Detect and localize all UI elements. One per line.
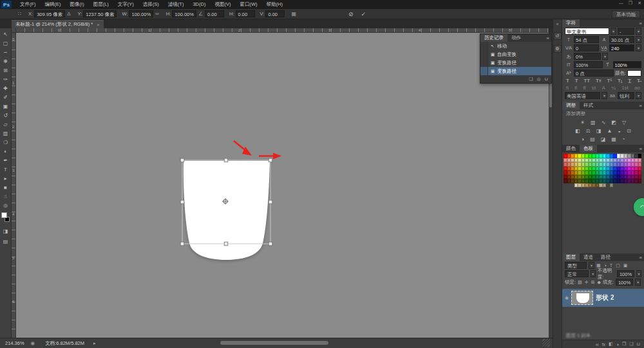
properties-dock-icon[interactable]: ⚙ bbox=[554, 45, 562, 53]
document-tab[interactable]: 未标题-1 @ 214% (形状 2, RGB/8) * × bbox=[12, 20, 104, 28]
style-button[interactable]: Tт bbox=[596, 78, 601, 84]
transform-handle[interactable] bbox=[180, 242, 184, 246]
history-dock-icon[interactable]: ↺ bbox=[554, 32, 562, 40]
y-value-field[interactable]: 1237.50 像素 bbox=[83, 10, 117, 17]
path-selection-tool-icon[interactable]: ▸ bbox=[1, 174, 11, 183]
fill-dropdown-icon[interactable]: ▾ bbox=[635, 279, 641, 286]
menu-item[interactable]: 选择(S) bbox=[138, 1, 164, 8]
interpolation-icon[interactable]: ▦ bbox=[291, 11, 296, 17]
tab-color[interactable]: 颜色 bbox=[562, 145, 580, 152]
menu-item[interactable]: 文件(F) bbox=[15, 1, 41, 8]
foreground-color-swatch[interactable] bbox=[1, 212, 7, 218]
style-button[interactable]: T̲ bbox=[628, 78, 631, 84]
opentype-button[interactable]: A bbox=[602, 85, 605, 91]
opentype-button[interactable]: st bbox=[592, 85, 596, 91]
delete-layer-icon[interactable]: ⊔ bbox=[637, 342, 640, 347]
link-layers-icon[interactable]: ∞ bbox=[596, 342, 599, 347]
opentype-button[interactable]: ao bbox=[634, 85, 640, 91]
tab-styles[interactable]: 样式 bbox=[580, 102, 597, 109]
new-snapshot-icon[interactable]: ◎ bbox=[536, 77, 540, 82]
clone-stamp-tool-icon[interactable]: ▣ bbox=[1, 102, 11, 111]
status-popup-arrow-icon[interactable]: ▸ bbox=[93, 340, 96, 346]
opentype-button[interactable]: ff bbox=[583, 85, 586, 91]
filter-shape-icon[interactable]: ▢ bbox=[616, 263, 620, 268]
opacity-dropdown-icon[interactable]: ▾ bbox=[636, 270, 641, 277]
threshold-icon[interactable]: ◪ bbox=[601, 136, 606, 142]
color-balance-icon[interactable]: ⚖ bbox=[586, 128, 591, 134]
healing-brush-tool-icon[interactable]: ✚ bbox=[1, 84, 11, 93]
tab-paths[interactable]: 路径 bbox=[597, 253, 614, 261]
link-dimensions-icon[interactable]: ∞ bbox=[155, 11, 159, 17]
delete-state-icon[interactable]: ⊔ bbox=[545, 77, 548, 82]
type-tool-icon[interactable]: T bbox=[1, 165, 11, 174]
lock-all-icon[interactable]: ◆ bbox=[597, 280, 600, 285]
hskew-value-field[interactable]: 0.00 bbox=[236, 10, 255, 17]
character-panel-menu-icon[interactable]: ≡ bbox=[639, 21, 642, 26]
layer-mask-icon[interactable]: ◧ bbox=[609, 342, 613, 347]
ruler-origin-corner[interactable] bbox=[12, 28, 16, 33]
gradient-map-icon[interactable]: ▦ bbox=[611, 136, 616, 142]
filter-smartobject-icon[interactable]: ▣ bbox=[623, 263, 628, 268]
window-button[interactable]: — bbox=[619, 1, 623, 6]
layer2-name[interactable]: 图层 1 副本 bbox=[566, 333, 591, 339]
angle-value-field[interactable]: 0.00 bbox=[205, 10, 224, 17]
vibrance-icon[interactable]: ▽ bbox=[622, 120, 626, 125]
layer-filter-dropdown-icon[interactable]: ▾ bbox=[589, 262, 594, 269]
antialias-field[interactable]: 锐利 bbox=[618, 92, 634, 99]
gradient-tool-icon[interactable]: ▥ bbox=[1, 129, 11, 138]
horizontal-scale-field[interactable]: 100% bbox=[613, 61, 642, 68]
cancel-transform-button[interactable]: ⊘ bbox=[348, 11, 354, 17]
brightness-contrast-icon[interactable]: ☀ bbox=[580, 120, 585, 125]
workspace-switcher[interactable]: 基本功能 bbox=[612, 10, 640, 18]
brush-tool-icon[interactable]: ✐ bbox=[1, 93, 11, 102]
history-state-row[interactable]: ▣自由变换 bbox=[480, 50, 551, 59]
x-value-field[interactable]: 309.95 像素 bbox=[34, 10, 65, 17]
history-brush-source-box[interactable] bbox=[480, 67, 488, 75]
history-brush-tool-icon[interactable]: ↺ bbox=[1, 111, 11, 120]
new-adjustment-layer-icon[interactable]: ◑ bbox=[616, 342, 619, 347]
layer-row-shape[interactable]: ◉ 形状 2 bbox=[562, 289, 644, 307]
transform-handle[interactable] bbox=[180, 200, 184, 204]
text-color-swatch[interactable] bbox=[627, 70, 641, 77]
menu-item[interactable]: 编辑(E) bbox=[41, 1, 66, 8]
history-brush-source-box[interactable] bbox=[480, 59, 488, 67]
hand-tool-icon[interactable]: ☝ bbox=[1, 192, 11, 201]
kerning-field[interactable]: 0 bbox=[574, 44, 599, 51]
blend-mode-field[interactable]: 正常 bbox=[565, 270, 589, 277]
quick-mask-button[interactable]: ◨ bbox=[1, 226, 11, 235]
opentype-button[interactable]: 1st bbox=[621, 85, 629, 91]
swatches-panel-menu-icon[interactable]: ≡ bbox=[639, 146, 642, 152]
menu-item[interactable]: 滤镜(T) bbox=[164, 1, 189, 8]
horizontal-scrollbar-thumb[interactable] bbox=[220, 341, 328, 345]
baseline-shift-field[interactable]: 0 点 bbox=[574, 69, 614, 77]
menu-item[interactable]: 图像(I) bbox=[66, 1, 89, 8]
layer-style-icon[interactable]: fx bbox=[602, 342, 605, 347]
style-button[interactable]: T¹ bbox=[607, 78, 612, 84]
language-dropdown-icon[interactable]: ▾ bbox=[601, 92, 607, 99]
tab-layers[interactable]: 图层 bbox=[562, 253, 580, 261]
pen-tool-icon[interactable]: ✒ bbox=[1, 156, 11, 165]
commit-transform-button[interactable]: ✓ bbox=[361, 11, 366, 17]
black-white-icon[interactable]: ◨ bbox=[596, 128, 601, 134]
layer-visibility-icon[interactable]: ◉ bbox=[565, 295, 569, 300]
blur-tool-icon[interactable]: ❍ bbox=[1, 138, 11, 147]
blend-mode-dropdown-icon[interactable]: ▾ bbox=[591, 270, 596, 277]
fill-field[interactable]: 100% bbox=[616, 279, 633, 286]
font-size-field[interactable]: 54 点 bbox=[574, 36, 599, 43]
new-layer-icon[interactable]: ❑ bbox=[629, 342, 633, 347]
lock-pixels-icon[interactable]: ✛ bbox=[585, 280, 589, 285]
window-button[interactable]: ✕ bbox=[638, 1, 641, 6]
style-button[interactable]: TT bbox=[583, 78, 590, 84]
color-lookup-icon[interactable]: ⊡ bbox=[627, 128, 631, 134]
marquee-tool-icon[interactable]: ▢ bbox=[1, 39, 11, 48]
tab-history[interactable]: 历史记录 bbox=[480, 34, 507, 42]
proportional-spacing-field[interactable]: 0% bbox=[574, 53, 601, 60]
leading-field[interactable]: 30.01 点 bbox=[609, 36, 634, 43]
menu-item[interactable]: 视图(V) bbox=[210, 1, 235, 8]
history-brush-source-box[interactable] bbox=[480, 42, 488, 50]
posterize-icon[interactable]: ▤ bbox=[590, 136, 595, 142]
opentype-button[interactable]: ¼ bbox=[611, 85, 616, 91]
canvas[interactable] bbox=[16, 33, 549, 338]
quick-selection-tool-icon[interactable]: ❋ bbox=[1, 57, 11, 66]
layer-thumbnail[interactable] bbox=[571, 291, 593, 305]
